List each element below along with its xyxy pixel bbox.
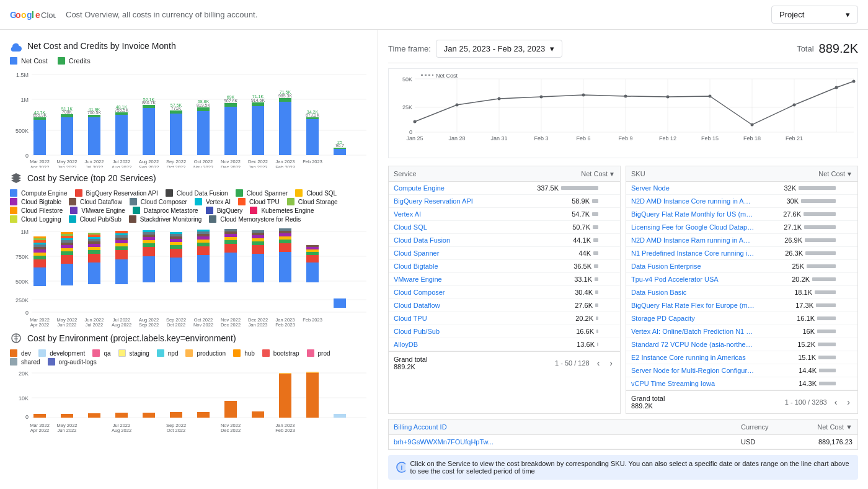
svg-rect-140 (197, 246, 210, 255)
service-row-name[interactable]: Cloud Pub/Sub (394, 328, 518, 335)
svg-rect-116 (115, 231, 128, 233)
bar-mini (596, 330, 598, 333)
sku-row-name[interactable]: N2D AMD Instance Core running in America… (631, 197, 755, 205)
svg-rect-86 (61, 248, 73, 251)
svg-text:Aug 2022: Aug 2022 (112, 428, 131, 433)
sku-row-name[interactable]: E2 Instance Core running in Americas (631, 354, 755, 361)
svg-rect-197 (61, 414, 73, 418)
service-row-name[interactable]: VMware Engine (394, 276, 518, 283)
billing-row-currency: USD (741, 438, 790, 446)
svg-text:500K: 500K (16, 279, 29, 285)
svg-rect-92 (61, 234, 73, 236)
bar-mini (592, 199, 598, 203)
svg-text:Feb 9: Feb 9 (618, 135, 632, 141)
svg-text:Dec 2022: Dec 2022 (221, 164, 241, 168)
sku-row-name[interactable]: N2D AMD Instance Ram running in Americas (631, 236, 755, 244)
svg-text:25: 25 (337, 140, 342, 145)
svg-text:Aug 2022: Aug 2022 (112, 164, 131, 168)
svg-rect-177 (306, 255, 319, 262)
sku-row-name[interactable]: Vertex AI: Online/Batch Prediction N1 Pr… (631, 328, 755, 335)
svg-text:Jun 2022: Jun 2022 (58, 428, 77, 433)
service-row-name[interactable]: Cloud TPU (394, 315, 518, 322)
sku-row-name[interactable]: Licensing Fee for Google Cloud Dataproc … (631, 223, 755, 231)
sku-row-name[interactable]: Server Node for Multi-Region Configurati… (631, 367, 755, 374)
svg-text:50K: 50K (402, 76, 412, 83)
dropdown-arrow-icon: ▾ (846, 10, 850, 19)
table-row: N2D AMD Instance Ram running in Americas… (626, 234, 857, 247)
service-row-name[interactable]: Cloud Spanner (394, 249, 518, 257)
legend-tpu-leg: Cloud TPU (238, 198, 280, 205)
sku-row-name[interactable]: N1 Predefined Instance Core running in A… (631, 249, 755, 257)
sku-row-name[interactable]: Data Fusion Enterprise (631, 262, 755, 270)
service-next-button[interactable]: › (607, 357, 615, 369)
right-panel-header: Time frame: Jan 25, 2023 - Feb 23, 2023 … (388, 35, 858, 63)
bar-mini (594, 264, 598, 268)
svg-text:Oct 2022: Oct 2022 (167, 164, 185, 168)
section2-legend: Compute Engine BigQuery Reservation API … (10, 189, 368, 223)
bar-net-aug22 (170, 114, 182, 155)
svg-rect-204 (143, 413, 155, 418)
svg-rect-104 (88, 235, 100, 237)
svg-text:Feb 2023: Feb 2023 (275, 428, 295, 433)
service-row-name[interactable]: Cloud Dataflow (394, 302, 518, 309)
bar-mini (595, 303, 598, 307)
sku-row-name[interactable]: BigQuery Flat Rate Flex for Europe (mult… (631, 302, 755, 309)
table-row: AlloyDB 13.6K (389, 338, 620, 351)
svg-text:0: 0 (25, 153, 29, 159)
service-row-value: 50.7K (518, 223, 598, 231)
svg-point-248 (835, 86, 838, 89)
sku-row-name[interactable]: Standard 72 VCPU Node (asia-northeast1) (631, 341, 755, 348)
sku-row-name[interactable]: BigQuery Flat Rate Monthly for US (multi… (631, 210, 755, 218)
billing-row-id[interactable]: brh+9GsWWXMn7FOUfqHpTw... (394, 438, 741, 446)
sku-row-name[interactable]: Storage PD Capacity (631, 315, 755, 322)
svg-rect-144 (197, 234, 210, 236)
svg-rect-97 (88, 254, 100, 262)
bar-net-sep22 (197, 111, 210, 155)
service-row-name[interactable]: BigQuery Reservation API (394, 197, 518, 205)
sku-row-name[interactable]: Server Node (631, 184, 755, 192)
project-dropdown[interactable]: Project ▾ (771, 6, 858, 24)
bar-mini (815, 290, 836, 294)
legend-dev: dev (10, 349, 31, 357)
sku-row-name[interactable]: vCPU Time Streaming Iowa (631, 380, 755, 387)
svg-rect-90 (61, 238, 73, 240)
sku-row-name[interactable]: Data Fusion Basic (631, 289, 755, 296)
svg-rect-88 (61, 243, 73, 245)
sku-row-name[interactable]: Tpu-v4 Pod Accelerator USA (631, 276, 755, 283)
service-row-name[interactable]: Vertex AI (394, 210, 518, 218)
service-row-name[interactable]: AlloyDB (394, 341, 518, 348)
svg-rect-209 (224, 401, 237, 418)
svg-text:Jan 31: Jan 31 (490, 135, 507, 141)
svg-rect-219 (334, 414, 346, 418)
date-range-value: Jan 25, 2023 - Feb 23, 2023 (444, 44, 545, 53)
table-row: Data Fusion Basic 18.1K (626, 286, 857, 299)
bar-credit-oct22 (224, 103, 237, 107)
service-row-name[interactable]: Cloud Composer (394, 289, 518, 296)
sku-row-value: 26.9K (755, 236, 836, 244)
service-row-value: 44.1K (518, 236, 598, 244)
svg-text:Feb 12: Feb 12 (659, 135, 676, 141)
table-row: Server Node 32K (626, 182, 857, 195)
service-row-name[interactable]: Compute Engine (394, 184, 518, 192)
legend-vmware-leg: VMware Engine (70, 207, 125, 214)
sku-prev-button[interactable]: ‹ (832, 396, 840, 408)
sku-table-footer: Grand total 889.2K 1 - 100 / 3283 ‹ › (626, 390, 857, 413)
service-prev-button[interactable]: ‹ (595, 357, 603, 369)
sku-row-value: 17.3K (755, 302, 836, 309)
bar-mini (807, 264, 836, 268)
service-row-name[interactable]: Cloud Data Fusion (394, 236, 518, 244)
service-row-name[interactable]: Cloud SQL (394, 223, 518, 231)
svg-rect-80 (33, 236, 46, 238)
bar-mini (804, 212, 836, 216)
service-row-value: 58.9K (518, 197, 598, 205)
svg-rect-135 (170, 234, 182, 236)
svg-text:52.1K: 52.1K (143, 97, 155, 102)
section3-legend: dev development qa staging npd productio… (10, 349, 368, 366)
table-row: Cloud Spanner 44K (389, 247, 620, 260)
bar-net-jan23 (306, 119, 319, 155)
sku-next-button[interactable]: › (844, 396, 852, 408)
date-range-dropdown[interactable]: Jan 25, 2023 - Feb 23, 2023 ▾ (436, 40, 562, 58)
bar-mini (561, 186, 598, 190)
service-row-name[interactable]: Cloud Bigtable (394, 262, 518, 270)
svg-rect-205 (170, 412, 182, 418)
